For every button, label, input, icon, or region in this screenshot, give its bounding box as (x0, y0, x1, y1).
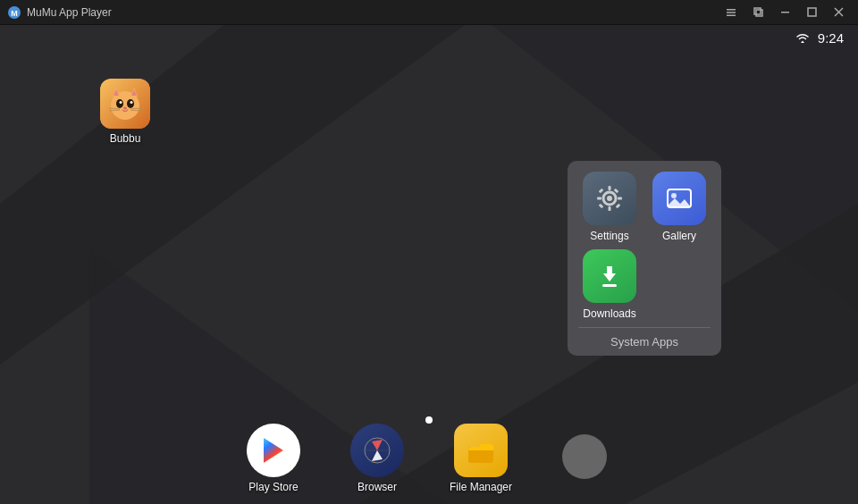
svg-text:M: M (11, 9, 18, 18)
svg-marker-49 (264, 438, 283, 463)
system-apps-title: System Apps (578, 327, 711, 356)
minimize-icon (780, 7, 790, 17)
svg-rect-7 (781, 12, 789, 13)
browser-dock-icon[interactable]: Browser (341, 424, 413, 493)
svg-point-35 (607, 196, 612, 201)
playstore-label: Play Store (248, 481, 298, 493)
placeholder-dock-icon (549, 434, 620, 483)
settings-app-icon[interactable]: Settings (578, 172, 641, 242)
dock: Play Store Browser (0, 424, 858, 493)
status-time: 9:24 (818, 30, 844, 46)
titlebar-controls (719, 4, 851, 21)
system-apps-popup: Settings Gallery (568, 161, 721, 356)
svg-rect-42 (614, 189, 619, 194)
bubbu-app-icon[interactable]: Bubbu (89, 79, 161, 145)
close-button[interactable] (826, 4, 851, 21)
restore-icon (753, 7, 763, 17)
downloads-icon (593, 260, 626, 292)
gallery-icon (663, 182, 695, 214)
page-indicator (425, 416, 433, 424)
restore-button[interactable] (745, 4, 770, 21)
maximize-icon (807, 7, 817, 17)
close-icon (834, 7, 844, 17)
playstore-dock-icon[interactable]: Play Store (238, 424, 309, 493)
app-logo-icon: M (7, 5, 21, 20)
titlebar-title: MuMu App Player (27, 6, 112, 19)
svg-rect-3 (727, 12, 736, 13)
svg-marker-53 (372, 440, 383, 450)
menu-icon (726, 7, 736, 18)
filemanager-label: File Manager (450, 481, 512, 493)
svg-rect-36 (609, 186, 611, 190)
svg-rect-37 (609, 206, 611, 211)
statusbar: 9:24 (0, 25, 858, 50)
svg-rect-39 (618, 197, 622, 200)
svg-point-26 (127, 99, 134, 108)
playstore-icon (257, 433, 290, 467)
browser-icon (359, 433, 395, 468)
maximize-button[interactable] (799, 4, 824, 21)
svg-marker-48 (603, 266, 616, 281)
minimize-button[interactable] (772, 4, 797, 21)
svg-rect-5 (754, 8, 761, 14)
titlebar: M MuMu App Player (0, 0, 858, 25)
page-dot-1 (425, 416, 433, 424)
svg-point-27 (120, 101, 122, 104)
menu-button[interactable] (719, 4, 744, 21)
svg-rect-43 (599, 204, 604, 209)
svg-point-29 (123, 107, 127, 110)
svg-rect-38 (597, 197, 601, 200)
bubbu-icon-image (100, 79, 150, 129)
svg-rect-2 (727, 9, 736, 11)
svg-rect-6 (756, 10, 762, 16)
svg-rect-4 (727, 14, 736, 16)
svg-point-25 (116, 99, 123, 108)
svg-point-45 (671, 193, 677, 198)
filemanager-dock-icon[interactable]: File Manager (445, 424, 517, 493)
svg-marker-54 (372, 450, 383, 461)
svg-rect-47 (602, 284, 617, 287)
svg-rect-8 (808, 8, 816, 16)
svg-point-28 (130, 101, 133, 104)
settings-label: Settings (590, 230, 628, 242)
wifi-icon (795, 31, 811, 44)
gallery-app-icon[interactable]: Gallery (648, 172, 711, 242)
settings-icon (593, 182, 626, 214)
desktop: Bubbu (0, 25, 858, 504)
svg-marker-46 (668, 198, 691, 207)
svg-rect-40 (599, 189, 604, 194)
svg-rect-41 (616, 204, 621, 209)
filemanager-icon (465, 434, 497, 466)
gallery-label: Gallery (662, 230, 696, 242)
popup-app-grid: Settings Gallery (578, 172, 711, 320)
android-area: 9:24 (0, 25, 858, 504)
downloads-app-icon[interactable]: Downloads (578, 249, 641, 320)
gray-circle (562, 434, 607, 479)
titlebar-left: M MuMu App Player (7, 5, 112, 20)
browser-label: Browser (358, 481, 397, 493)
bubbu-label: Bubbu (110, 132, 141, 145)
downloads-label: Downloads (583, 307, 635, 320)
